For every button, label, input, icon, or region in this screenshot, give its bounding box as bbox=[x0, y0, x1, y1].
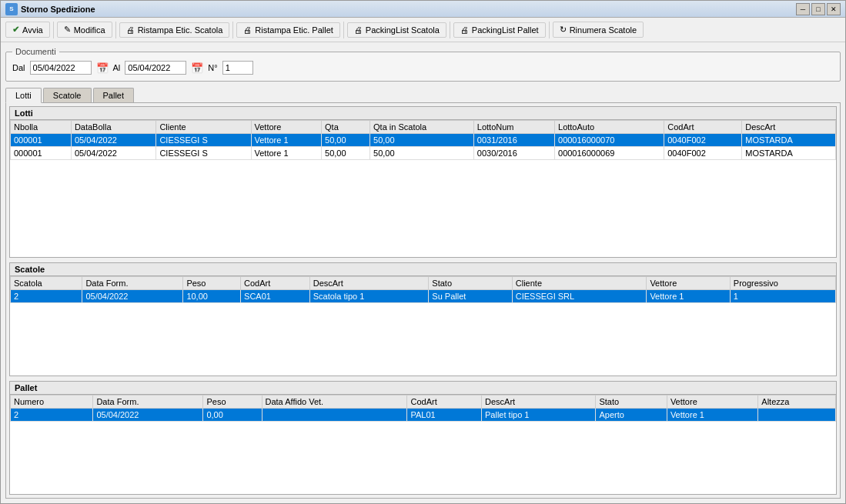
packing-pallet-label: PackingList Pallet bbox=[472, 25, 539, 35]
scatole-cell-progressivo: 1 bbox=[730, 289, 835, 302]
ristampa-pallet-button[interactable]: 🖨 Ristampa Etic. Pallet bbox=[236, 22, 339, 38]
maximize-button[interactable]: □ bbox=[811, 3, 825, 15]
tab-lotti[interactable]: Lotti bbox=[5, 88, 42, 103]
al-input[interactable] bbox=[125, 61, 186, 75]
packing-scatola-icon: 🖨 bbox=[354, 25, 363, 35]
lotti-table: Nbolla DataBolla Cliente Vettore Qta Qta… bbox=[10, 120, 836, 160]
scatole-cell-codart: SCA01 bbox=[241, 289, 310, 302]
n-input[interactable] bbox=[222, 61, 253, 75]
lotti-row[interactable]: 000001 05/04/2022 CIESSEGI S Vettore 1 5… bbox=[11, 147, 836, 160]
dal-input[interactable] bbox=[30, 61, 92, 75]
lotti-col-qtascatola: Qta in Scatola bbox=[370, 121, 474, 134]
ristampa-pallet-label: Ristampa Etic. Pallet bbox=[255, 25, 333, 35]
lotti-col-vettore: Vettore bbox=[251, 121, 322, 134]
scatole-cell-scatola: 2 bbox=[11, 289, 82, 302]
rinumera-button[interactable]: ↻ Rinumera Scatole bbox=[553, 22, 644, 38]
dal-cal-icon[interactable]: 📅 bbox=[96, 62, 109, 74]
avvia-button[interactable]: ✔ Avvia bbox=[5, 22, 50, 38]
lotti-table-wrapper[interactable]: Nbolla DataBolla Cliente Vettore Qta Qta… bbox=[10, 120, 836, 257]
pallet-col-vettore: Vettore bbox=[667, 395, 757, 408]
pallet-cell-vettore: Vettore 1 bbox=[667, 408, 757, 421]
minimize-button[interactable]: ─ bbox=[796, 3, 810, 15]
pallet-col-dataform: Data Form. bbox=[93, 395, 203, 408]
pallet-row[interactable]: 2 05/04/2022 0,00 PAL01 Pallet tipo 1 Ap… bbox=[11, 408, 836, 421]
lotti-tbody: 000001 05/04/2022 CIESSEGI S Vettore 1 5… bbox=[11, 134, 836, 160]
ristampa-scatola-button[interactable]: 🖨 Ristampa Etic. Scatola bbox=[119, 22, 230, 38]
tab-pallet[interactable]: Pallet bbox=[93, 88, 135, 102]
pallet-col-peso: Peso bbox=[203, 395, 262, 408]
scatole-row[interactable]: 2 05/04/2022 10,00 SCA01 Scatola tipo 1 … bbox=[11, 289, 836, 302]
modifica-button[interactable]: ✎ Modifica bbox=[57, 22, 112, 38]
rinumera-label: Rinumera Scatole bbox=[570, 25, 637, 35]
ristampa-scatola-icon: 🖨 bbox=[126, 25, 135, 35]
lotti-cell-qta: 50,00 bbox=[322, 134, 370, 147]
sep1 bbox=[53, 22, 54, 38]
lotti-row[interactable]: 000001 05/04/2022 CIESSEGI S Vettore 1 5… bbox=[11, 134, 836, 147]
tab-scatole[interactable]: Scatole bbox=[43, 88, 92, 102]
scatole-section: Scatole Scatola Data Form. Peso CodArt D… bbox=[9, 262, 837, 376]
lotti-cell-codart: 0040F002 bbox=[664, 147, 742, 160]
lotti-col-descart: DescArt bbox=[742, 121, 836, 134]
packing-scatola-button[interactable]: 🖨 PackingList Scatola bbox=[347, 22, 446, 38]
lotti-cell-vettore: Vettore 1 bbox=[251, 134, 322, 147]
scatole-table-wrapper[interactable]: Scatola Data Form. Peso CodArt DescArt S… bbox=[10, 276, 836, 375]
pallet-tbody: 2 05/04/2022 0,00 PAL01 Pallet tipo 1 Ap… bbox=[11, 408, 836, 421]
scatole-cell-dataform: 05/04/2022 bbox=[82, 289, 183, 302]
scatole-col-peso: Peso bbox=[183, 276, 241, 289]
pallet-cell-dataaffido bbox=[262, 408, 407, 421]
title-bar-left: S Storno Spedizione bbox=[5, 3, 95, 15]
lotti-cell-lottonum: 0030/2016 bbox=[473, 147, 554, 160]
pallet-table: Numero Data Form. Peso Data Affido Vet. … bbox=[10, 395, 836, 422]
avvia-icon: ✔ bbox=[12, 25, 19, 35]
sep4 bbox=[343, 22, 344, 38]
pallet-cell-numero: 2 bbox=[11, 408, 93, 421]
lotti-cell-qta: 50,00 bbox=[322, 147, 370, 160]
packing-pallet-icon: 🖨 bbox=[460, 25, 469, 35]
pallet-section: Pallet Numero Data Form. Peso Data Affid… bbox=[9, 381, 837, 495]
pallet-cell-dataform: 05/04/2022 bbox=[93, 408, 203, 421]
lotti-cell-cliente: CIESSEGI S bbox=[156, 147, 251, 160]
ristampa-scatola-label: Ristampa Etic. Scatola bbox=[138, 25, 223, 35]
lotti-cell-databolla: 05/04/2022 bbox=[71, 134, 156, 147]
close-button[interactable]: ✕ bbox=[827, 3, 841, 15]
window-title: Storno Spedizione bbox=[21, 5, 95, 14]
scatole-cell-peso: 10,00 bbox=[183, 289, 241, 302]
packing-pallet-button[interactable]: 🖨 PackingList Pallet bbox=[453, 22, 546, 38]
lotti-cell-lottoauto: 000016000069 bbox=[555, 147, 664, 160]
scatole-col-codart: CodArt bbox=[241, 276, 310, 289]
lotti-header: Lotti bbox=[10, 107, 836, 120]
main-window: S Storno Spedizione ─ □ ✕ ✔ Avvia ✎ Modi… bbox=[0, 0, 846, 504]
doc-row: Dal 📅 Al 📅 N° bbox=[12, 59, 834, 76]
packing-scatola-label: PackingList Scatola bbox=[366, 25, 440, 35]
lotti-cell-lottonum: 0031/2016 bbox=[473, 134, 554, 147]
scatole-thead: Scatola Data Form. Peso CodArt DescArt S… bbox=[11, 276, 836, 289]
scatole-col-progressivo: Progressivo bbox=[730, 276, 835, 289]
scatole-col-vettore: Vettore bbox=[647, 276, 730, 289]
documenti-fieldset: Documenti Dal 📅 Al 📅 N° bbox=[5, 47, 841, 82]
documenti-legend: Documenti bbox=[12, 47, 59, 56]
avvia-label: Avvia bbox=[22, 25, 43, 35]
sep3 bbox=[232, 22, 233, 38]
pallet-col-stato: Stato bbox=[596, 395, 667, 408]
pallet-cell-peso: 0,00 bbox=[203, 408, 262, 421]
scatole-cell-stato: Su Pallet bbox=[429, 289, 512, 302]
title-bar-controls[interactable]: ─ □ ✕ bbox=[796, 3, 841, 15]
scatole-cell-vettore: Vettore 1 bbox=[647, 289, 730, 302]
rinumera-icon: ↻ bbox=[560, 25, 567, 35]
pallet-cell-codart: PAL01 bbox=[407, 408, 482, 421]
pallet-cell-descart: Pallet tipo 1 bbox=[482, 408, 596, 421]
scatole-col-stato: Stato bbox=[429, 276, 512, 289]
lotti-col-lottonum: LottoNum bbox=[473, 121, 554, 134]
lotti-cell-vettore: Vettore 1 bbox=[251, 147, 322, 160]
pallet-cell-altezza bbox=[758, 408, 836, 421]
scatole-col-descart: DescArt bbox=[309, 276, 429, 289]
pallet-col-descart: DescArt bbox=[482, 395, 596, 408]
pallet-col-codart: CodArt bbox=[407, 395, 482, 408]
al-cal-icon[interactable]: 📅 bbox=[191, 62, 203, 74]
lotti-cell-lottoauto: 000016000070 bbox=[555, 134, 664, 147]
sep2 bbox=[115, 22, 116, 38]
lotti-col-cliente: Cliente bbox=[156, 121, 251, 134]
pallet-thead: Numero Data Form. Peso Data Affido Vet. … bbox=[11, 395, 836, 408]
lotti-section: Lotti Nbolla DataBolla Cliente Vettore Q… bbox=[9, 106, 837, 258]
pallet-table-wrapper[interactable]: Numero Data Form. Peso Data Affido Vet. … bbox=[10, 395, 836, 494]
